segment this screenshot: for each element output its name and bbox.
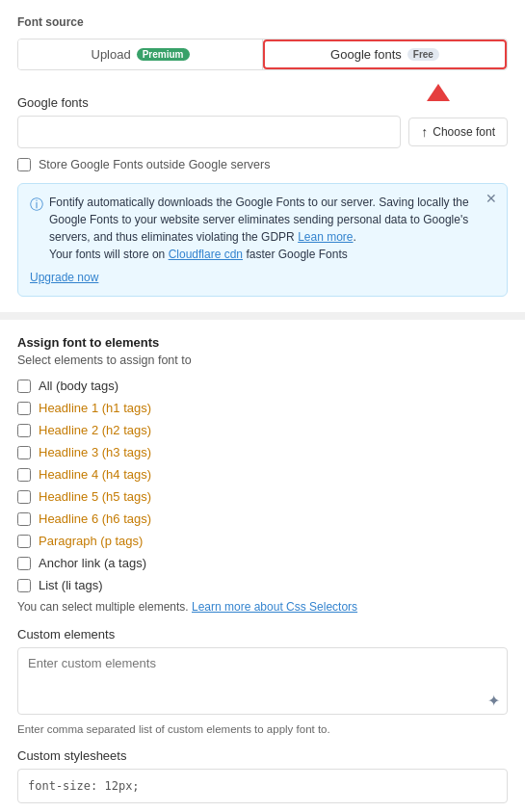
checkbox-item: Paragraph (p tags) [17,534,508,548]
element-label-h6: Headline 6 (h6 tags) [39,511,151,526]
custom-elements-note: Enter comma separated list of custom ele… [17,723,508,735]
custom-elements-label: Custom elements [17,627,508,642]
cloudflare-link[interactable]: Cloudflare cdn [169,248,243,261]
multiple-note: You can select multiple elements. Learn … [17,600,508,614]
element-checkbox-h1[interactable] [17,402,31,415]
font-source-label: Font source [17,15,508,29]
element-label-h3: Headline 3 (h3 tags) [39,445,151,459]
info-box-close-button[interactable]: ✕ [486,192,497,205]
info-text-2: Your fonts will store on [49,248,165,261]
tab-google-label: Google fonts [330,47,402,62]
store-google-fonts-row: Store Google Fonts outside Google server… [17,158,508,171]
checkbox-item: List (li tags) [17,578,508,592]
element-checkbox-h5[interactable] [17,490,31,504]
element-label-h4: Headline 4 (h4 tags) [39,467,151,482]
element-checkbox-a[interactable] [17,557,31,570]
assign-subtitle: Select elements to assign font to [17,354,508,367]
checkbox-item: Anchor link (a tags) [17,556,508,570]
element-label-a: Anchor link (a tags) [39,556,146,570]
google-font-input[interactable] [17,116,401,148]
custom-stylesheets-input[interactable] [17,769,508,803]
upgrade-link[interactable]: Upgrade now [30,269,98,286]
element-label-li: List (li tags) [39,578,102,592]
info-box: ✕ ⓘ Fontify automatically downloads the … [17,183,508,297]
element-checkbox-h4[interactable] [17,468,31,482]
choose-font-icon: ↑ [421,124,428,140]
learn-more-css-link[interactable]: Learn more about Css Selectors [192,600,357,614]
info-text-3: faster Google Fonts [246,248,347,261]
checkbox-item: All (body tags) [17,379,508,393]
arrow-up-icon [427,84,450,101]
store-google-fonts-checkbox[interactable] [17,158,31,171]
element-label-h5: Headline 5 (h5 tags) [39,489,151,504]
font-source-section: Font source Upload Premium Google fonts … [0,0,525,312]
info-box-header: ⓘ Fontify automatically downloads the Go… [30,194,495,263]
element-checkbox-h3[interactable] [17,446,31,459]
checkbox-item: Headline 5 (h5 tags) [17,489,508,504]
tab-google[interactable]: Google fonts Free [263,39,507,69]
checkbox-item: Headline 6 (h6 tags) [17,511,508,526]
tab-upload[interactable]: Upload Premium [18,39,262,69]
element-label-body: All (body tags) [39,379,118,393]
info-icon: ⓘ [30,195,43,215]
checkbox-item: Headline 1 (h1 tags) [17,401,508,415]
premium-badge: Premium [137,48,190,61]
custom-textarea-icon: ✦ [487,692,500,710]
custom-textarea-wrap: ✦ [17,647,508,718]
font-input-row: ↑ Choose font [17,116,508,148]
tab-bar: Upload Premium Google fonts Free [17,39,508,70]
checkbox-item: Headline 2 (h2 tags) [17,423,508,437]
choose-font-label: Choose font [433,125,495,139]
checkbox-item: Headline 3 (h3 tags) [17,445,508,459]
info-text-1: Fontify automatically downloads the Goog… [49,196,469,244]
free-badge: Free [407,48,439,61]
element-checkbox-h2[interactable] [17,424,31,437]
checkbox-item: Headline 4 (h4 tags) [17,467,508,482]
element-checkbox-li[interactable] [17,579,31,592]
element-checkbox-body[interactable] [17,380,31,393]
tab-upload-label: Upload [92,47,131,62]
custom-elements-textarea[interactable] [17,647,508,715]
store-google-fonts-label: Store Google Fonts outside Google server… [39,158,270,171]
element-checkbox-p[interactable] [17,535,31,548]
lean-more-link[interactable]: Lean more [298,230,353,244]
assign-title: Assign font to elements [17,335,508,350]
element-label-p: Paragraph (p tags) [39,534,143,548]
assign-section: Assign font to elements Select elements … [0,320,525,812]
element-checkbox-h6[interactable] [17,512,31,526]
element-label-h2: Headline 2 (h2 tags) [39,423,151,437]
custom-stylesheets-label: Custom stylesheets [17,748,508,763]
multiple-note-text: You can select multiple elements. [17,600,189,614]
arrow-indicator [17,84,508,101]
element-checkboxes: All (body tags)Headline 1 (h1 tags)Headl… [17,379,508,592]
choose-font-button[interactable]: ↑ Choose font [408,118,508,146]
info-box-text: Fontify automatically downloads the Goog… [49,194,495,263]
element-label-h1: Headline 1 (h1 tags) [39,401,151,415]
